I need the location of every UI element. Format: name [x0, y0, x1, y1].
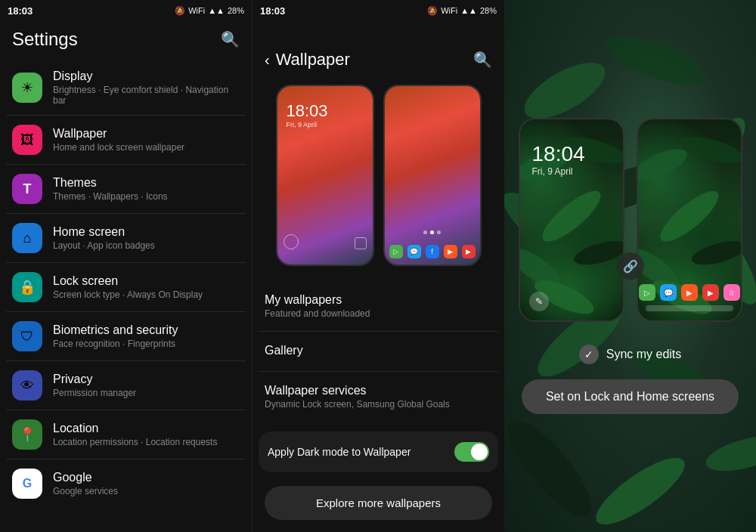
svg-point-9 [504, 410, 603, 527]
status-bar-settings: 18:03 🔕 WiFi ▲▲ 28% [0, 0, 252, 21]
preview-home-phone[interactable]: ▷ 💬 ▶ ▶ ♫ [637, 118, 742, 322]
svg-point-17 [638, 143, 692, 187]
sync-label: Sync my edits [606, 348, 682, 361]
signal-icon-2: ▲▲ [460, 6, 477, 15]
home-icon-5: ♫ [723, 284, 740, 301]
lockscreen-sub: Screen lock type · Always On Display [53, 289, 240, 300]
status-icons-1: 🔕 WiFi ▲▲ 28% [175, 6, 244, 16]
app-icon-2: 💬 [407, 245, 421, 258]
themes-icon: T [12, 174, 42, 204]
dark-mode-toggle[interactable] [454, 442, 489, 462]
preview-panel: 18:04 Fri, 9 April ✎ 🔗 [504, 0, 756, 532]
home-icon-3: ▶ [681, 284, 698, 301]
google-sub: Google services [53, 486, 240, 496]
settings-panel: 18:03 🔕 WiFi ▲▲ 28% Settings 🔍 ☀ Display… [0, 0, 252, 532]
search-icon-settings[interactable]: 🔍 [221, 30, 240, 48]
battery-label-1: 28% [228, 6, 244, 15]
settings-header: Settings 🔍 [0, 21, 252, 60]
settings-title: Settings [12, 29, 78, 50]
set-on-screens-button[interactable]: Set on Lock and Home screens [522, 379, 739, 414]
lock-screen-preview[interactable]: 18:03 Fri, 9 April [276, 85, 374, 266]
location-icon: 📍 [12, 419, 42, 450]
location-name: Location [53, 422, 240, 435]
preview-phones: 18:04 Fri, 9 April ✎ 🔗 [519, 118, 742, 322]
sync-row: ✓ Sync my edits [579, 345, 682, 364]
preview-lock-phone[interactable]: 18:04 Fri, 9 April ✎ [519, 118, 624, 322]
settings-item-display[interactable]: ☀ Display Brightness · Eye comfort shiel… [6, 60, 246, 116]
home-screen-preview[interactable]: ▷ 💬 f ▶ ▶ [383, 85, 482, 266]
settings-item-lockscreen[interactable]: 🔒 Lock screen Screen lock type · Always … [6, 263, 246, 312]
home-icon-4: ▶ [702, 284, 719, 301]
homescreen-sub: Layout · App icon badges [53, 240, 240, 251]
mute-icon-2: 🔕 [427, 6, 438, 16]
settings-item-homescreen[interactable]: ⌂ Home screen Layout · App icon badges [6, 214, 246, 263]
privacy-icon: 👁 [12, 370, 42, 401]
wallpaper-name: Wallpaper [53, 127, 240, 141]
wallpaper-header: ‹ Wallpaper 🔍 [253, 21, 504, 77]
settings-item-themes[interactable]: T Themes Themes · Wallpapers · Icons [6, 165, 246, 214]
display-name: Display [53, 70, 240, 83]
wallpaper-panel: 18:03 🔕 WiFi ▲▲ 28% ‹ Wallpaper 🔍 18:03 … [252, 0, 504, 532]
status-bar-wallpaper: 18:03 🔕 WiFi ▲▲ 28% [253, 0, 504, 21]
my-wallpapers-sub: Featured and downloaded [265, 308, 492, 319]
status-time-2: 18:03 [260, 5, 285, 17]
lock-edit-btn: ✎ [529, 292, 549, 311]
settings-item-location[interactable]: 📍 Location Location permissions · Locati… [6, 410, 246, 459]
google-icon: G [12, 469, 42, 499]
svg-point-1 [600, 26, 711, 94]
wifi-icon-2: WiFi [441, 6, 457, 15]
home-search-bar [646, 305, 733, 311]
google-name: Google [53, 471, 240, 484]
lock-nav-square [355, 237, 367, 249]
my-wallpapers-option[interactable]: My wallpapers Featured and downloaded [259, 281, 498, 332]
my-wallpapers-label: My wallpapers [265, 293, 492, 307]
dot-3 [437, 230, 441, 234]
wifi-icon: WiFi [188, 6, 205, 15]
explore-wallpapers-button[interactable]: Explore more wallpapers [265, 486, 492, 520]
dot-1 [423, 230, 427, 234]
sync-check-icon: ✓ [579, 345, 599, 364]
themes-name: Themes [53, 176, 240, 190]
svg-point-19 [653, 184, 724, 249]
settings-item-privacy[interactable]: 👁 Privacy Permission manager [6, 361, 246, 410]
mute-icon: 🔕 [175, 6, 185, 16]
settings-item-wallpaper[interactable]: 🖼 Wallpaper Home and lock screen wallpap… [6, 116, 246, 165]
settings-item-google[interactable]: G Google Google services [6, 459, 246, 508]
dark-mode-label: Apply Dark mode to Wallpaper [268, 446, 411, 458]
wallpaper-services-label: Wallpaper services [265, 384, 492, 397]
gallery-option[interactable]: Gallery [259, 332, 498, 372]
link-icon: 🔗 [617, 252, 644, 280]
lock-nav-btn [284, 234, 299, 249]
biometrics-name: Biometrics and security [53, 323, 240, 337]
preview-lock-date: Fri, 9 April [287, 121, 328, 128]
biometrics-icon: 🛡 [12, 321, 42, 351]
svg-point-13 [535, 184, 606, 249]
app-icon-4: ▶ [444, 245, 457, 258]
lockscreen-name: Lock screen [53, 274, 240, 288]
svg-point-10 [587, 447, 693, 532]
preview-lock-time: 18:03 [287, 101, 328, 121]
settings-list: ☀ Display Brightness · Eye comfort shiel… [0, 60, 252, 532]
svg-point-21 [689, 237, 740, 270]
wallpaper-services-option[interactable]: Wallpaper services Dynamic Lock screen, … [259, 372, 498, 422]
signal-icon: ▲▲ [208, 6, 225, 15]
gallery-label: Gallery [265, 344, 492, 357]
home-icon-1: ▷ [639, 284, 655, 301]
toggle-thumb [471, 444, 488, 460]
dot-2 [430, 230, 434, 234]
lockscreen-icon: 🔒 [12, 272, 42, 302]
dark-mode-row: Apply Dark mode to Wallpaper [259, 431, 498, 472]
preview-date-display: Fri, 9 April [532, 166, 585, 177]
svg-point-8 [702, 428, 756, 478]
biometrics-sub: Face recognition · Fingerprints [53, 339, 240, 349]
status-time-1: 18:03 [8, 5, 33, 17]
app-icon-5: ▶ [462, 245, 476, 258]
battery-label-2: 28% [480, 6, 497, 15]
preview-time-display: 18:04 [532, 142, 585, 166]
privacy-sub: Permission manager [53, 388, 240, 398]
search-icon-wallpaper[interactable]: 🔍 [473, 51, 492, 69]
privacy-name: Privacy [53, 373, 240, 386]
display-sub: Brightness · Eye comfort shield · Naviga… [53, 85, 240, 106]
settings-item-biometrics[interactable]: 🛡 Biometrics and security Face recogniti… [6, 312, 246, 361]
back-button[interactable]: ‹ [265, 51, 270, 69]
